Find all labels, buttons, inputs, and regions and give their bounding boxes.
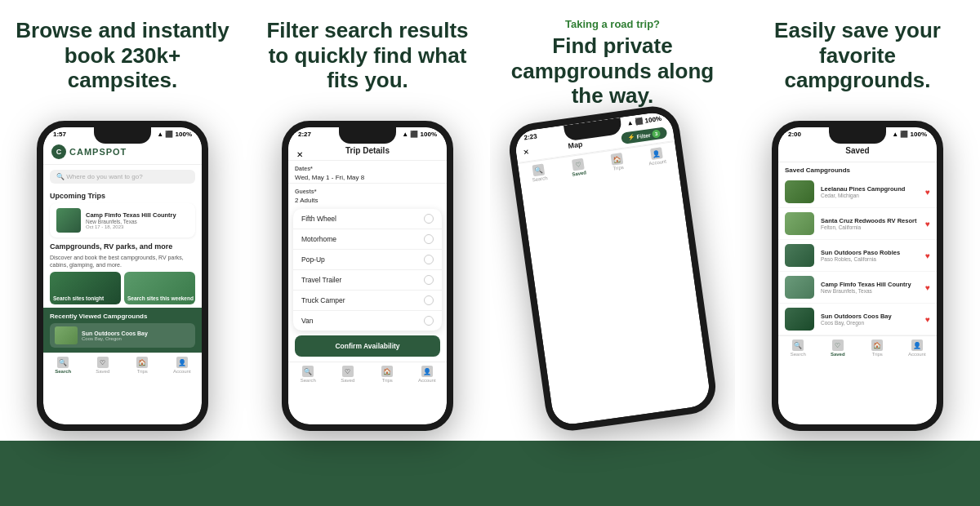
rig-radio[interactable]	[424, 234, 434, 244]
nav-account2[interactable]: 👤 Account	[408, 366, 448, 383]
trips-icon: 🏠	[611, 153, 624, 166]
search-icon: 🔍	[302, 366, 314, 377]
phone4-screen: 2:00 ▲ ⬛ 100% Saved Saved Campgrounds Le…	[778, 127, 937, 424]
nav-search3[interactable]: 🔍 Search	[519, 162, 560, 184]
dates-label: Dates*	[295, 166, 440, 171]
nav-trips3[interactable]: 🏠 Trips	[597, 151, 639, 174]
nav-trips-label: Trips	[137, 369, 148, 374]
heart-icon: ♡	[342, 366, 354, 377]
recent-card[interactable]: Sun Outdoors Coos Bay Coos Bay, Oregon	[50, 323, 195, 348]
nav-search2[interactable]: 🔍 Search	[288, 366, 328, 383]
bottom-nav2: 🔍 Search ♡ Saved 🏠 Trips 👤 Account	[288, 362, 447, 386]
logo-text: CAMPSPOT	[69, 147, 127, 157]
nav-label: Account	[908, 352, 926, 357]
tile-tonight[interactable]: Search sites tonight	[50, 272, 121, 304]
panel1-header: Browse and instantly book 230k+ campsite…	[15, 18, 230, 108]
nav-account[interactable]: 👤 Account	[163, 357, 203, 374]
nav-saved3[interactable]: ♡ Saved	[558, 156, 599, 179]
filter-button[interactable]: ⚡ Filter 3	[621, 126, 668, 144]
campgrounds-desc: Discover and book the best campgrounds, …	[43, 252, 202, 272]
nav-trips4[interactable]: 🏠 Trips	[858, 340, 898, 357]
favorite-icon[interactable]: ♥	[925, 251, 930, 260]
rig-radio[interactable]	[424, 214, 434, 224]
rig-radio[interactable]	[424, 255, 434, 264]
search-icon: 🔍	[792, 340, 804, 351]
saved-item-4[interactable]: Camp Fimfo Texas Hill Country New Braunf…	[778, 272, 937, 304]
saved-item-1[interactable]: Leelanau Pines Campground Cedar, Michiga…	[778, 176, 937, 208]
panel3-footer	[490, 441, 735, 506]
favorite-icon[interactable]: ♥	[925, 283, 930, 292]
nav-trips2[interactable]: 🏠 Trips	[368, 366, 408, 383]
phone4: 2:00 ▲ ⬛ 100% Saved Saved Campgrounds Le…	[772, 121, 943, 431]
trip-thumbnail	[56, 208, 81, 233]
nav-account3[interactable]: 👤 Account	[636, 145, 678, 168]
search-icon: 🔍	[57, 357, 69, 368]
nav-trips[interactable]: 🏠 Trips	[122, 357, 163, 374]
dates-section: Dates* Wed, May 1 - Fri, May 8	[288, 161, 447, 183]
trip-card[interactable]: Camp Fimfo Texas Hill Country New Braunf…	[50, 203, 195, 237]
panel-browse: Browse and instantly book 230k+ campsite…	[0, 0, 245, 506]
nav-saved[interactable]: ♡ Saved	[83, 357, 123, 374]
saved-info: Sun Outdoors Paso Robles Paso Robles, Ca…	[821, 249, 919, 262]
panel2-footer	[245, 441, 490, 506]
nav-account4[interactable]: 👤 Account	[898, 340, 938, 357]
favorite-icon[interactable]: ♥	[925, 315, 930, 324]
nav-saved2[interactable]: ♡ Saved	[328, 366, 368, 383]
nav-label: Account	[418, 378, 436, 383]
trip-name: Camp Fimfo Texas Hill Country	[86, 211, 189, 219]
nav-label: Search	[791, 352, 806, 357]
panel-saved: Easily save your favorite campgrounds. 2…	[735, 0, 980, 506]
filter-label: Filter	[636, 131, 651, 139]
search-bar1[interactable]: 🔍 Where do you want to go?	[50, 170, 195, 184]
close-icon[interactable]: ✕	[522, 148, 529, 157]
saved-location: Paso Robles, California	[821, 256, 919, 262]
saved-location: Felton, California	[821, 224, 919, 230]
saved-campground-name: Camp Fimfo Texas Hill Country	[821, 281, 919, 288]
guests-label: Guests*	[295, 189, 440, 194]
phone3: 2:23 ▲ ⬛ 100% ✕ Map ⚡ Filter 3	[506, 103, 719, 434]
account-icon: 👤	[911, 340, 923, 351]
phone2-screen: 2:27 ▲ ⬛ 100% ✕ Trip Details Dates* Wed,…	[288, 127, 447, 424]
nav-label: Search	[301, 378, 316, 383]
nav-search[interactable]: 🔍 Search	[43, 357, 83, 374]
rig-radio[interactable]	[424, 275, 434, 285]
rig-name: Truck Camper	[301, 296, 345, 304]
saved-item-2[interactable]: Santa Cruz Redwoods RV Resort Felton, Ca…	[778, 208, 937, 240]
favorite-icon[interactable]: ♥	[925, 188, 930, 197]
panel2-header: Filter search results to quickly find wh…	[260, 18, 475, 108]
confirm-availability-button[interactable]: Confirm Availability	[295, 335, 440, 357]
guests-section: Guests* 2 Adults	[288, 183, 447, 206]
search-tiles: Search sites tonight Search sites this w…	[43, 272, 202, 308]
saved-campground-name: Leelanau Pines Campground	[821, 185, 919, 193]
saved-info: Camp Fimfo Texas Hill Country New Braunf…	[821, 281, 919, 294]
recent-title: Recently Viewed Campgrounds	[50, 313, 195, 320]
tile2-label: Search sites this weekend	[127, 295, 194, 301]
rig-option-travel-trailer[interactable]: Travel Trailer	[293, 270, 442, 291]
saved-item-3[interactable]: Sun Outdoors Paso Robles Paso Robles, Ca…	[778, 240, 937, 272]
filter-icon: ⚡	[627, 134, 635, 141]
nav-saved4[interactable]: ♡ Saved	[818, 340, 858, 357]
rig-radio[interactable]	[424, 295, 434, 305]
rig-name: Travel Trailer	[301, 276, 341, 284]
saved-thumbnail	[785, 308, 814, 331]
rig-option-popup[interactable]: Pop-Up	[293, 250, 442, 270]
rig-option-fifth-wheel[interactable]: Fifth Wheel	[293, 209, 442, 229]
tile-weekend[interactable]: Search sites this weekend	[124, 272, 195, 304]
phone3-screen: 2:23 ▲ ⬛ 100% ✕ Map ⚡ Filter 3	[514, 110, 712, 426]
saved-section-label: Saved Campgrounds	[778, 162, 937, 176]
rig-option-van[interactable]: Van	[293, 311, 442, 331]
favorite-icon[interactable]: ♥	[925, 220, 930, 229]
recent-info: Sun Outdoors Coos Bay Coos Bay, Oregon	[82, 331, 190, 341]
rig-option-truck-camper[interactable]: Truck Camper	[293, 291, 442, 311]
phone1-notch	[94, 127, 151, 144]
saved-info: Sun Outdoors Coos Bay Coos Bay, Oregon	[821, 313, 919, 326]
rig-radio[interactable]	[424, 316, 434, 326]
saved-item-5[interactable]: Sun Outdoors Coos Bay Coos Bay, Oregon ♥	[778, 304, 937, 335]
panel4-title: Easily save your favorite campgrounds.	[750, 18, 965, 93]
nav-search4[interactable]: 🔍 Search	[778, 340, 818, 357]
trip-location: New Braunfels, Texas	[86, 219, 189, 224]
rig-option-motorhome[interactable]: Motorhome	[293, 229, 442, 250]
close-icon[interactable]: ✕	[296, 150, 303, 159]
phone2: 2:27 ▲ ⬛ 100% ✕ Trip Details Dates* Wed,…	[282, 121, 453, 431]
saved-thumbnail	[785, 212, 814, 235]
